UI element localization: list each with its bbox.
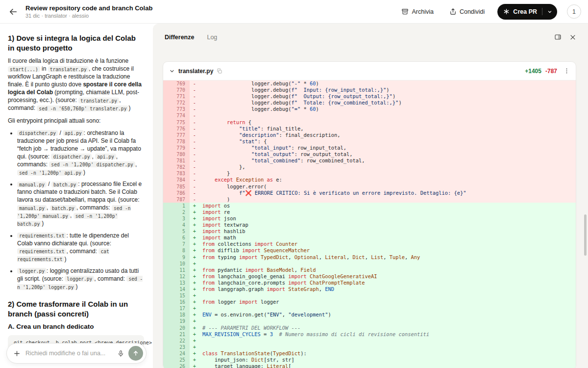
text-segment: Gli entrypoint principali attuali sono:: [8, 117, 100, 124]
code-text: [199, 305, 576, 312]
chevron-down-icon[interactable]: [547, 9, 553, 15]
diff-sign: +: [190, 338, 199, 344]
code-text: MAX_REVISION_CYCLES = 3 # Numero massimo…: [199, 331, 576, 338]
diff-sign: +: [190, 350, 199, 357]
line-number: 781: [163, 158, 190, 164]
diff-sign: +: [190, 292, 199, 299]
create-pr-label: Crea PR: [513, 8, 537, 15]
line-number: 773: [163, 106, 190, 112]
line-number: 15: [163, 292, 190, 299]
code-text: import math: [199, 235, 576, 241]
line-number: 778: [163, 138, 190, 145]
share-button[interactable]: Condividi: [446, 7, 488, 16]
code-text: import os: [199, 203, 576, 209]
plus-icon[interactable]: [13, 350, 21, 357]
chat-heading: A. Crea un branch dedicato: [8, 323, 144, 330]
code-text: logger.debug("=" * 60): [199, 106, 576, 112]
tab-differenze[interactable]: Differenze: [165, 34, 194, 41]
create-pr-button[interactable]: Crea PR: [497, 4, 557, 20]
microphone-icon[interactable]: [117, 350, 124, 357]
line-number: 782: [163, 164, 190, 170]
diff-line: 26+ target_language: Literal[: [163, 363, 576, 368]
inline-code: sed -n '650,760p' translater.py: [37, 105, 128, 111]
text-segment: , commands:: [76, 204, 112, 211]
text-segment: ,: [135, 161, 137, 168]
diff-sign: +: [190, 209, 199, 215]
copy-icon[interactable]: [217, 68, 222, 74]
back-button[interactable]: [7, 5, 20, 18]
line-number: 11: [163, 267, 190, 273]
panel-controls: [554, 33, 576, 41]
line-number: 777: [163, 132, 190, 138]
diff-sign: -: [190, 196, 199, 203]
line-number: 14: [163, 286, 190, 292]
inline-code: sed -n '1,200p' dispatcher.py: [49, 161, 135, 167]
user-badge-count: 1: [572, 8, 576, 15]
close-icon[interactable]: [569, 34, 576, 41]
diff-line: 770- logger.debug(f" Input: {row_input_t…: [163, 87, 576, 93]
text-segment: /: [58, 130, 63, 136]
diff-line: 787- ): [163, 196, 576, 203]
diff-sign: +: [190, 312, 199, 318]
line-number: 786: [163, 190, 190, 196]
diff-line: 784- except Exception as e:: [163, 177, 576, 183]
line-number: 23: [163, 344, 190, 350]
line-number: 780: [163, 151, 190, 158]
diff-line: 785- logger.error(: [163, 184, 576, 190]
line-number: 7: [163, 241, 190, 247]
line-number: 13: [163, 280, 190, 286]
code-text: ENV = os.environ.get("ENV", "development…: [199, 312, 576, 318]
code-text: logger.error(: [199, 184, 576, 190]
send-button[interactable]: [128, 346, 143, 361]
line-number: 18: [163, 312, 190, 318]
diff-panel: Differenze Log translater.py: [153, 24, 588, 368]
diff-line: 772- logger.debug(f" Totale: {row_combin…: [163, 100, 576, 106]
user-badge[interactable]: 1: [567, 4, 581, 19]
diff-sign: +: [190, 222, 199, 228]
code-text: input_json: Dict[str, str]: [199, 357, 576, 363]
code-text: logger.debug("-" * 60): [199, 80, 576, 87]
kebab-menu-icon[interactable]: [564, 68, 570, 74]
deletions-count: -787: [545, 68, 557, 75]
text-segment: , command:: [66, 248, 98, 255]
scrollbar-thumb[interactable]: [584, 214, 587, 256]
inline-code: manual.py: [17, 205, 47, 211]
inline-code: api.py: [95, 154, 116, 159]
tab-log[interactable]: Log: [207, 34, 217, 41]
arrow-up-icon: [132, 350, 139, 357]
diff-stats: +1405 -787: [525, 68, 557, 75]
panel-layout-icon[interactable]: [554, 33, 562, 41]
diff-sign: +: [190, 357, 199, 363]
diff-sign: -: [190, 138, 199, 145]
diff-sign: +: [190, 254, 199, 261]
line-number: 5: [163, 228, 190, 235]
line-number: 25: [163, 357, 190, 363]
archive-button[interactable]: Archivia: [398, 7, 436, 16]
inline-code: batch.py: [50, 205, 76, 211]
diff-line: 775- return {: [163, 119, 576, 126]
code-text: f"❌ ERRORE CRITICO: Si è verificato un e…: [199, 190, 576, 196]
text-segment: ): [42, 220, 44, 227]
diff-sign: -: [190, 93, 199, 100]
additions-count: +1405: [525, 68, 541, 75]
diff-sign: +: [190, 286, 199, 292]
inline-code: sed -n '1,200p' api.py: [17, 170, 83, 176]
diff-line: 781- "total_combined": row_combined_tota…: [163, 158, 576, 164]
text-segment: ): [76, 283, 78, 290]
inline-code: batch.py: [51, 182, 78, 187]
line-number: 12: [163, 273, 190, 280]
inline-code: translater.py: [48, 66, 89, 72]
code-text: # --- PARAMETRI DEL WORKFLOW ---: [199, 325, 576, 331]
chevron-down-icon[interactable]: [169, 68, 175, 74]
line-number: 770: [163, 87, 190, 93]
diff-line: 9+from typing import TypedDict, Optional…: [163, 254, 576, 261]
chat-input[interactable]: [24, 349, 113, 357]
line-number: 16: [163, 299, 190, 305]
diff-sign: +: [190, 235, 199, 241]
code-text: "total_output": row_output_total,: [199, 151, 576, 158]
diff-sign: -: [190, 184, 199, 190]
chat-list: dispatcher.py / api.py: orchestrano la t…: [8, 129, 144, 290]
diff-line: 786- f"❌ ERRORE CRITICO: Si è verificato…: [163, 190, 576, 196]
line-number: 772: [163, 100, 190, 106]
diff-line: 4+import textwrap: [163, 222, 576, 228]
